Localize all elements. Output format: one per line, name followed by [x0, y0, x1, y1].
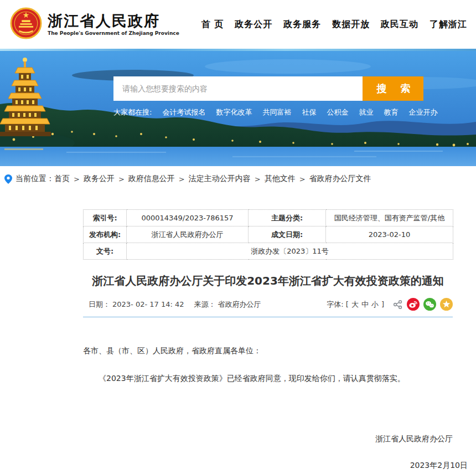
site-title: 浙江省人民政府 [48, 13, 179, 29]
breadcrumb-separator: > [74, 175, 80, 183]
date-label: 日期： [89, 300, 110, 310]
meta-label-date: 成文日期: [249, 226, 326, 243]
paragraph-body: 《2023年浙江省扩大有效投资政策》已经省政府同意，现印发给你们，请认真贯彻落实… [83, 372, 453, 385]
search-input[interactable] [113, 76, 363, 101]
breadcrumb: 当前位置： 首页 > 政务公开 > 政府信息公开 > 法定主动公开内容 > 其他… [0, 166, 476, 189]
hot-search-link[interactable]: 社保 [302, 107, 316, 117]
paragraph-salutation: 各市、县（市、区）人民政府，省政府直属各单位： [83, 344, 453, 358]
nav-item-about-zhejiang[interactable]: 了解浙江 [430, 19, 467, 30]
hot-search-link[interactable]: 企业开办 [408, 107, 437, 117]
meta-label-index: 索引号: [84, 210, 127, 226]
hot-search-link[interactable]: 共同富裕 [262, 107, 291, 117]
location-pin-icon [4, 174, 12, 184]
document-meta-table: 索引号: 000014349/2023-786157 主题分类: 国民经济管理、… [83, 209, 453, 260]
document-content: 索引号: 000014349/2023-786157 主题分类: 国民经济管理、… [83, 209, 453, 471]
qzone-share-icon[interactable] [440, 298, 453, 311]
breadcrumb-link[interactable]: 政府信息公开 [128, 174, 175, 184]
meta-value-docnumber: 浙政办发〔2023〕11号 [127, 243, 453, 260]
table-row: 发布机构: 浙江省人民政府办公厅 成文日期: 2023-02-10 [84, 226, 453, 243]
nav-item-gov-services[interactable]: 政务服务 [283, 19, 321, 30]
hot-search-label: 大家都在搜: [113, 107, 152, 117]
meta-value-category: 国民经济管理、国有资产监管/其他 [326, 210, 453, 226]
weibo-share-icon[interactable] [407, 298, 420, 311]
font-control-prefix: 字体: [ [327, 300, 349, 310]
signature-block: 浙江省人民政府办公厅 2023年2月10日 [83, 434, 453, 471]
national-emblem-icon [10, 7, 42, 42]
site-subtitle: The People's Government of Zhejiang Prov… [48, 30, 179, 36]
date-value: 2023- 02- 17 14: 42 [112, 300, 184, 308]
breadcrumb-link-home[interactable]: 首页 [54, 174, 70, 184]
site-header: 浙江省人民政府 The People's Government of Zheji… [0, 0, 476, 49]
share-icon[interactable] [393, 300, 403, 310]
meta-label-category: 主题分类: [249, 210, 326, 226]
breadcrumb-separator: > [299, 175, 306, 183]
breadcrumb-link[interactable]: 法定主动公开内容 [189, 174, 251, 184]
nav-item-home[interactable]: 首 页 [201, 19, 224, 30]
document-body: 各市、县（市、区）人民政府，省政府直属各单位： 《2023年浙江省扩大有效投资政… [83, 344, 453, 385]
hero-banner: 搜 索 大家都在搜: 会计考试报名 数字化改革 共同富裕 社保 公积金 就业 教… [0, 49, 476, 166]
meta-value-issuer: 浙江省人民政府办公厅 [127, 226, 249, 243]
table-row: 索引号: 000014349/2023-786157 主题分类: 国民经济管理、… [84, 210, 453, 226]
breadcrumb-link[interactable]: 政务公开 [84, 174, 115, 184]
meta-value-index: 000014349/2023-786157 [127, 210, 249, 226]
page-title: 浙江省人民政府办公厅关于印发2023年浙江省扩大有效投资政策的通知 [89, 273, 447, 289]
signature-issuer: 浙江省人民政府办公厅 [83, 434, 453, 444]
search-button[interactable]: 搜 索 [363, 76, 423, 101]
nav-item-public-interaction[interactable]: 政民互动 [381, 19, 418, 30]
font-size-large[interactable]: 大 [351, 300, 359, 310]
font-size-medium[interactable]: 中 [361, 300, 369, 310]
site-brand: 浙江省人民政府 The People's Government of Zheji… [10, 7, 179, 42]
search-bar: 搜 索 [113, 76, 423, 101]
main-nav: 首 页 政务公开 政务服务 数据开放 政民互动 了解浙江 [179, 19, 470, 30]
hot-search-link[interactable]: 数字化改革 [216, 107, 252, 117]
breadcrumb-separator: > [118, 175, 125, 183]
content-divider [83, 316, 453, 318]
font-control-suffix: ] [381, 300, 384, 308]
hot-search-link[interactable]: 公积金 [327, 107, 348, 117]
wechat-share-icon[interactable] [423, 298, 436, 311]
meta-label-docnumber: 文号: [84, 243, 127, 260]
breadcrumb-separator: > [179, 175, 185, 183]
breadcrumb-label: 当前位置： [15, 174, 54, 184]
breadcrumb-separator: > [255, 175, 261, 183]
source-value: 省政府办公厅 [218, 300, 261, 310]
article-meta-row: 日期： 2023- 02- 17 14: 42 来源： 省政府办公厅 字体: [… [83, 298, 453, 311]
nav-item-open-data[interactable]: 数据开放 [332, 19, 370, 30]
hot-search-link[interactable]: 就业 [359, 107, 373, 117]
nav-item-gov-disclosure[interactable]: 政务公开 [235, 19, 272, 30]
source-label: 来源： [194, 300, 216, 310]
hot-search-link[interactable]: 教育 [384, 107, 398, 117]
breadcrumb-link-current[interactable]: 省政府办公厅文件 [309, 174, 371, 184]
breadcrumb-link[interactable]: 其他文件 [265, 174, 296, 184]
signature-date: 2023年2月10日 [83, 461, 468, 471]
meta-label-issuer: 发布机构: [84, 226, 127, 243]
font-size-small[interactable]: 小 [371, 300, 379, 310]
meta-value-date: 2023-02-10 [326, 226, 453, 243]
table-row: 文号: 浙政办发〔2023〕11号 [84, 243, 453, 260]
hot-search-row: 大家都在搜: 会计考试报名 数字化改革 共同富裕 社保 公积金 就业 教育 企业… [113, 107, 457, 117]
font-size-control: 字体: [ 大 中 小 ] [327, 300, 384, 310]
hot-search-link[interactable]: 会计考试报名 [162, 107, 205, 117]
